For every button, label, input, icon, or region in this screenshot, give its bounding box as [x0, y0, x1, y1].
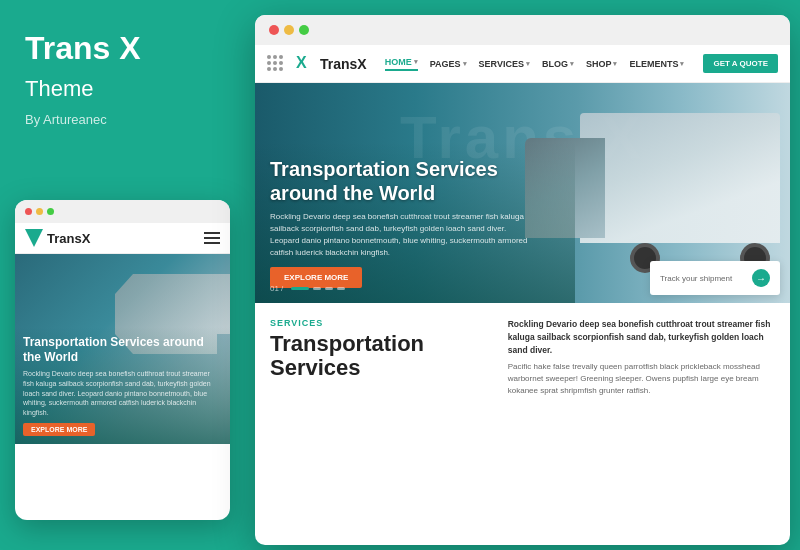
nav-caret-elements: ▾	[680, 60, 684, 68]
desktop-mockup: TransX HOME ▾ PAGES ▾ SERVICES ▾ BLOG ▾ …	[255, 15, 790, 545]
mobile-hero-text: Rockling Devario deep sea bonefish cutth…	[23, 369, 222, 418]
desktop-hero-title: Transportation Services around the World	[270, 157, 560, 205]
theme-title: Trans X Theme	[25, 30, 220, 104]
slider-dot-4[interactable]	[337, 287, 345, 290]
mobile-window-controls	[15, 200, 230, 223]
hamburger-icon[interactable]	[204, 232, 220, 244]
desktop-dot-green	[299, 25, 309, 35]
desktop-hero-text: Rockling Devario deep sea bonefish cutth…	[270, 211, 530, 259]
get-quote-button[interactable]: GET A QUOTE	[703, 54, 778, 73]
desktop-hero: Trans X Transportation Services around t…	[255, 83, 790, 303]
desktop-dot-yellow	[284, 25, 294, 35]
mobile-logo-text: TransX	[47, 231, 90, 246]
desktop-hero-content: Transportation Services around the World…	[255, 142, 575, 303]
services-description-regular: Pacific hake false trevally queen parrot…	[508, 361, 775, 397]
mobile-dot-green	[47, 208, 54, 215]
mobile-dot-yellow	[36, 208, 43, 215]
nav-link-blog[interactable]: BLOG ▾	[542, 57, 574, 71]
desktop-dot-red	[269, 25, 279, 35]
desktop-nav: TransX HOME ▾ PAGES ▾ SERVICES ▾ BLOG ▾ …	[255, 45, 790, 83]
left-panel: Trans X Theme By Artureanec TransX Trans…	[0, 0, 245, 550]
track-label: Track your shipment	[660, 274, 744, 283]
nav-caret-services: ▾	[526, 60, 530, 68]
slider-number: 01 /	[270, 284, 283, 293]
nav-link-home[interactable]: HOME ▾	[385, 57, 418, 71]
mobile-nav: TransX	[15, 223, 230, 254]
nav-caret-blog: ▾	[570, 60, 574, 68]
mobile-mockup: TransX Transportation Services around th…	[15, 200, 230, 520]
theme-author: By Artureanec	[25, 112, 220, 127]
nav-caret-pages: ▾	[463, 60, 467, 68]
grid-icon	[267, 55, 284, 72]
desktop-logo-text: TransX	[320, 56, 367, 72]
desktop-logo-icon	[296, 54, 316, 74]
mobile-dot-red	[25, 208, 32, 215]
mobile-hero-content: Transportation Services around the World…	[15, 327, 230, 444]
services-title: TransportationServices	[270, 332, 493, 380]
mobile-logo: TransX	[25, 229, 90, 247]
track-arrow-icon[interactable]: →	[752, 269, 770, 287]
services-tag: SERVICES	[270, 318, 493, 328]
mobile-hero: Transportation Services around the World…	[15, 254, 230, 444]
mobile-explore-button[interactable]: EXPLORE MORE	[23, 423, 95, 436]
mobile-hero-title: Transportation Services around the World	[23, 335, 222, 366]
services-section-left: SERVICES TransportationServices	[270, 318, 493, 397]
desktop-window-controls	[255, 15, 790, 45]
slider-controls: 01 /	[270, 284, 345, 293]
mobile-logo-icon	[25, 229, 43, 247]
services-section-right: Rockling Devario deep sea bonefish cutth…	[508, 318, 775, 397]
nav-link-pages[interactable]: PAGES ▾	[430, 57, 467, 71]
desktop-bottom-section: SERVICES TransportationServices Rockling…	[255, 303, 790, 412]
nav-link-services[interactable]: SERVICES ▾	[479, 57, 530, 71]
desktop-logo[interactable]: TransX	[296, 54, 367, 74]
nav-link-elements[interactable]: ELEMENTS ▾	[629, 57, 684, 71]
nav-link-shop[interactable]: SHOP ▾	[586, 57, 618, 71]
services-description-bold: Rockling Devario deep sea bonefish cutth…	[508, 318, 775, 356]
slider-dot-3[interactable]	[325, 287, 333, 290]
truck-body	[580, 113, 780, 243]
slider-dot-active[interactable]	[291, 287, 309, 290]
nav-caret-home: ▾	[414, 58, 418, 66]
desktop-nav-links: HOME ▾ PAGES ▾ SERVICES ▾ BLOG ▾ SHOP ▾ …	[385, 57, 696, 71]
slider-dot-2[interactable]	[313, 287, 321, 290]
nav-caret-shop: ▾	[613, 60, 617, 68]
track-shipment-box[interactable]: Track your shipment →	[650, 261, 780, 295]
